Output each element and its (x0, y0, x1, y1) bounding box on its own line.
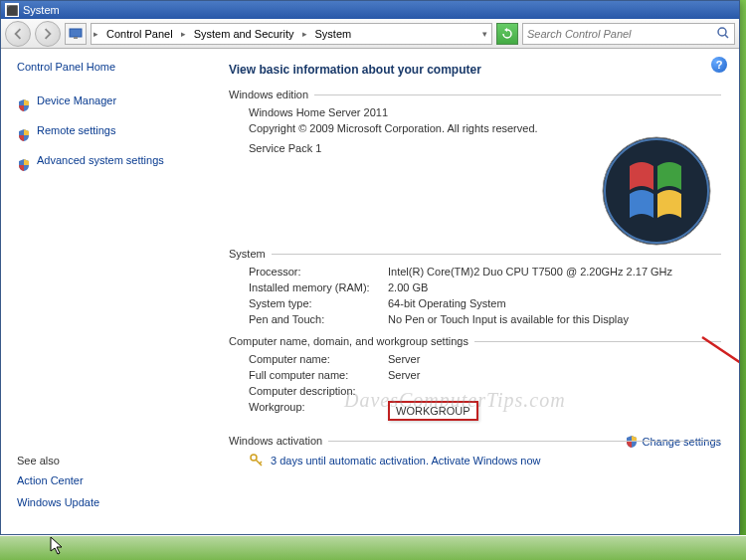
breadcrumb-control-panel[interactable]: Control Panel (100, 24, 179, 44)
system-header: System (229, 248, 721, 260)
processor-label: Processor: (249, 266, 388, 278)
compdesc-label: Computer description: (249, 385, 388, 397)
back-button[interactable] (5, 21, 31, 47)
page-title: View basic information about your comput… (229, 63, 721, 77)
pen-value: No Pen or Touch Input is available for t… (388, 313, 721, 325)
help-icon[interactable]: ? (711, 57, 727, 73)
control-panel-home-link[interactable]: Control Panel Home (17, 61, 199, 73)
system-window: ⬛ System ▸ Control Panel ▸ System and Se… (0, 0, 740, 535)
chevron-down-icon[interactable]: ▾ (480, 29, 491, 39)
monitor-icon[interactable] (65, 23, 87, 45)
workgroup-value: WORKGROUP (388, 401, 478, 421)
edition-text: Windows Home Server 2011 (249, 106, 388, 118)
device-manager-link[interactable]: Device Manager (37, 94, 116, 106)
search-input[interactable] (527, 28, 716, 40)
service-pack-text: Service Pack 1 (249, 142, 321, 154)
breadcrumb-system-security[interactable]: System and Security (188, 24, 300, 44)
windows-update-link[interactable]: Windows Update (17, 496, 199, 508)
workgroup-label: Workgroup: (249, 401, 388, 421)
refresh-button[interactable] (496, 23, 518, 45)
systype-label: System type: (249, 297, 388, 309)
key-icon (249, 453, 265, 468)
sidebar: Control Panel Home Device Manager Remote… (1, 49, 215, 534)
computer-name-header: Computer name, domain, and workgroup set… (229, 335, 721, 347)
svg-point-4 (603, 137, 710, 245)
titlebar[interactable]: ⬛ System (1, 1, 739, 19)
svg-rect-0 (70, 29, 82, 37)
compname-label: Computer name: (249, 353, 388, 365)
main-content: ? View basic information about your comp… (215, 49, 739, 534)
windows-logo-icon (602, 136, 711, 246)
fullname-value: Server (388, 369, 721, 381)
search-icon[interactable] (716, 26, 730, 42)
windows-edition-header: Windows edition (229, 89, 721, 100)
window-title: System (23, 4, 60, 16)
shield-icon (17, 128, 31, 142)
svg-line-8 (260, 462, 262, 464)
compdesc-value (388, 385, 721, 397)
ram-value: 2.00 GB (388, 281, 721, 293)
see-also-header: See also (17, 455, 199, 467)
svg-line-3 (725, 35, 728, 38)
activate-windows-link[interactable]: 3 days until automatic activation. Activ… (271, 455, 540, 467)
breadcrumb-system[interactable]: System (309, 24, 358, 44)
chevron-right-icon[interactable]: ▸ (92, 29, 100, 39)
copyright-text: Copyright © 2009 Microsoft Corporation. … (249, 122, 538, 134)
chevron-right-icon: ▸ (179, 29, 188, 39)
fullname-label: Full computer name: (249, 369, 388, 381)
pen-label: Pen and Touch: (249, 313, 388, 325)
action-center-link[interactable]: Action Center (17, 474, 199, 486)
search-box[interactable] (522, 23, 735, 45)
ram-label: Installed memory (RAM): (249, 281, 388, 293)
cursor-icon (50, 536, 66, 556)
desktop-background (0, 535, 746, 560)
remote-settings-link[interactable]: Remote settings (37, 124, 115, 136)
svg-point-2 (718, 28, 726, 36)
activation-header: Windows activation (229, 435, 721, 447)
system-icon: ⬛ (5, 3, 19, 17)
shield-icon (17, 98, 31, 112)
shield-icon (17, 158, 31, 172)
advanced-settings-link[interactable]: Advanced system settings (37, 154, 164, 166)
breadcrumb[interactable]: ▸ Control Panel ▸ System and Security ▸ … (91, 23, 492, 45)
forward-button[interactable] (35, 21, 61, 47)
systype-value: 64-bit Operating System (388, 297, 721, 309)
chevron-right-icon: ▸ (300, 29, 309, 39)
processor-value: Intel(R) Core(TM)2 Duo CPU T7500 @ 2.20G… (388, 266, 721, 278)
navbar: ▸ Control Panel ▸ System and Security ▸ … (1, 19, 739, 49)
body-area: Control Panel Home Device Manager Remote… (1, 49, 739, 534)
svg-rect-1 (74, 37, 78, 39)
compname-value: Server (388, 353, 721, 365)
